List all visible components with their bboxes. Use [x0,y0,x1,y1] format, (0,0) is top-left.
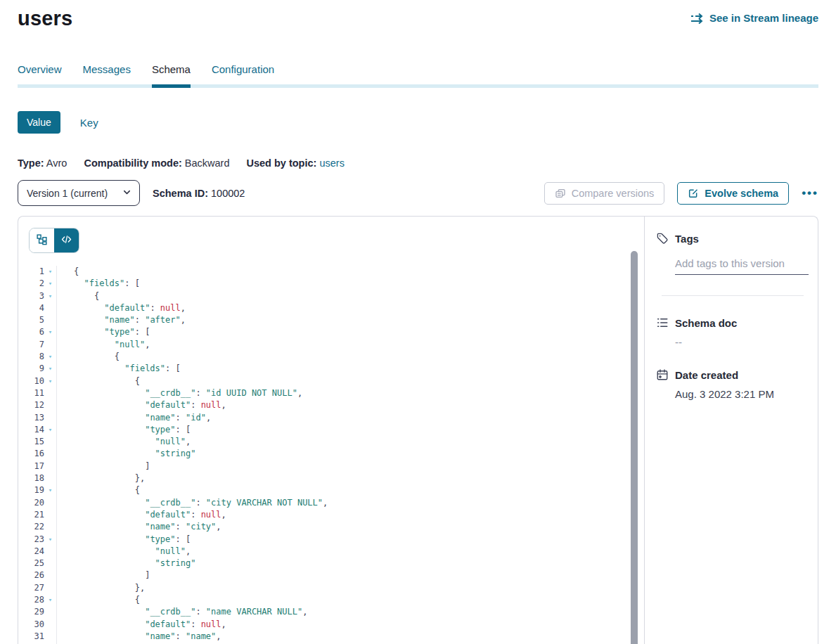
code-line: 3▾ { [18,290,644,302]
code-text: "name": "city", [57,521,221,533]
code-view-icon [60,233,72,248]
gutter-spacer [44,302,57,314]
line-number: 1 [18,266,44,278]
code-line: 15 "null", [18,436,644,448]
code-line: 8▾ { [18,351,644,363]
fold-toggle-icon[interactable]: ▾ [44,484,57,496]
line-number: 29 [18,606,44,618]
code-line: 6▾ "type": [ [18,326,644,338]
gutter-spacer [44,569,57,581]
schema-doc-title: Schema doc [675,317,737,329]
compatibility-mode-value: Backward [185,157,230,169]
line-number: 10 [18,375,44,387]
key-tab-button[interactable]: Key [80,117,98,129]
version-select[interactable]: Version 1 (current) [18,180,140,206]
used-by-topic-label: Used by topic: [246,157,316,169]
stream-lineage-icon [690,13,705,24]
used-by-topic-link[interactable]: users [319,157,344,169]
code-text: { [57,375,140,387]
schema-type-value: Avro [46,157,67,169]
code-text: { [57,351,120,363]
code-line: 28▾ { [18,594,644,606]
value-tab-button[interactable]: Value [18,111,60,134]
schema-type: Type: Avro [18,157,67,169]
editor-scrollbar[interactable] [631,251,638,644]
code-text: "name": "id", [57,412,211,424]
more-options-button[interactable]: ••• [802,187,818,199]
tag-icon [656,232,669,245]
compare-versions-button[interactable]: Compare versions [544,182,665,205]
code-text: }, [57,582,145,594]
fold-toggle-icon[interactable]: ▾ [44,594,57,606]
code-text: ] [57,569,150,581]
code-text: "null", [57,546,191,558]
fold-toggle-icon[interactable]: ▾ [44,363,57,375]
fold-toggle-icon[interactable]: ▾ [44,351,57,363]
schema-id-label: Schema ID: [153,188,208,199]
gutter-spacer [44,387,57,399]
gutter-spacer [44,339,57,351]
code-text: { [57,266,79,278]
tags-header: Tags [656,232,806,245]
code-line: 27 }, [18,582,644,594]
fold-toggle-icon[interactable]: ▾ [44,326,57,338]
stream-lineage-link[interactable]: See in Stream lineage [690,12,818,24]
add-tags-input[interactable] [675,256,809,275]
line-number: 12 [18,399,44,411]
evolve-schema-button[interactable]: Evolve schema [677,182,789,205]
code-text: "name": "after", [57,314,186,326]
gutter-spacer [44,521,57,533]
code-line: 16 "string" [18,448,644,460]
line-number: 19 [18,484,44,496]
code-line: 7 "null", [18,339,644,351]
code-line: 12 "default": null, [18,399,644,411]
date-created-section: Date created Aug. 3 2022 3:21 PM [656,368,806,400]
code-line: 17 ] [18,461,644,472]
fold-toggle-icon[interactable]: ▾ [44,266,57,278]
version-actions: Compare versions Evolve schema ••• [544,182,818,205]
code-line: 26 ] [18,569,644,581]
fold-toggle-icon[interactable]: ▾ [44,278,57,290]
line-number: 22 [18,521,44,533]
tab-configuration[interactable]: Configuration [212,63,274,84]
code-line: 5 "name": "after", [18,314,644,326]
code-line: 24 "null", [18,546,644,558]
line-number: 5 [18,314,44,326]
compare-versions-label: Compare versions [572,188,655,199]
fold-toggle-icon[interactable]: ▾ [44,534,57,546]
line-number: 16 [18,448,44,460]
code-text: "fields": [ [57,278,140,290]
fold-toggle-icon[interactable]: ▾ [44,424,57,436]
editor-view-toggle [29,228,79,253]
code-line: 1▾{ [18,266,644,278]
line-number: 2 [18,278,44,290]
code-view-button[interactable] [54,228,79,252]
code-line: 23▾ "type": [ [18,534,644,546]
code-line: 18 }, [18,472,644,484]
line-number: 11 [18,387,44,399]
date-created-value: Aug. 3 2022 3:21 PM [675,388,806,400]
tab-messages[interactable]: Messages [83,63,131,84]
gutter-spacer [44,399,57,411]
tree-view-button[interactable] [30,228,54,252]
code-line: 13 "name": "id", [18,412,644,424]
tabs: OverviewMessagesSchemaConfiguration [18,63,818,88]
tab-schema[interactable]: Schema [152,63,191,88]
line-number: 8 [18,351,44,363]
gutter-spacer [44,472,57,484]
date-created-title: Date created [675,369,738,381]
code-line: 9▾ "fields": [ [18,363,644,375]
line-number: 6 [18,326,44,338]
code-text: "type": [ [57,534,191,546]
code-text: "name": "name", [57,631,221,643]
code-line: 14▾ "type": [ [18,424,644,436]
schema-doc-header: Schema doc [656,316,806,329]
code-text: "string" [57,558,195,569]
fold-toggle-icon[interactable]: ▾ [44,375,57,387]
code-line: 30 "default": null, [18,619,644,631]
tab-overview[interactable]: Overview [18,63,62,84]
fold-toggle-icon[interactable]: ▾ [44,290,57,302]
compatibility-mode: Compatibility mode: Backward [84,157,229,169]
gutter-spacer [44,497,57,509]
code-text: "default": null, [57,509,226,521]
